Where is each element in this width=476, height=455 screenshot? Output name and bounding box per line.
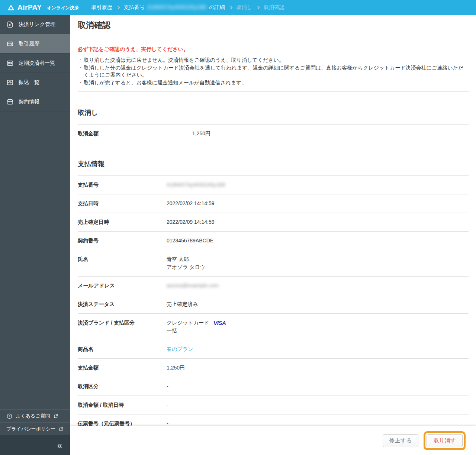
row-value: 2022/02/02 14:14:59 xyxy=(167,200,214,207)
row-label: 決済ブランド / 支払区分 xyxy=(78,319,167,327)
breadcrumb-payment-detail[interactable]: 支払番号 A1BW07Ay4000245y1B8 の詳細 xyxy=(124,4,225,11)
main-panel: 取消確認 必ず下記をご確認のうえ、実行してください。 ・取り消した決済は元に戻せ… xyxy=(70,15,476,455)
row-label: 伝票番号（元伝票番号） xyxy=(78,420,167,426)
row-label: 支払金額 xyxy=(78,364,167,372)
table-row: 取消金額 / 取消日時- xyxy=(78,396,469,414)
row-value: - xyxy=(167,420,168,426)
bullet-text: 取消しが完了すると、お客様に返金通知メールが自動送信されます。 xyxy=(84,79,469,86)
table-row: 決済ブランド / 支払区分クレジットカードVISA一括 xyxy=(78,314,469,340)
masked-value: A1BW07Ay4000245y1B8 xyxy=(167,181,225,189)
svg-text:?: ? xyxy=(9,414,10,418)
table-row: 決済ステータス売上確定済み xyxy=(78,295,469,314)
svg-text:¥: ¥ xyxy=(9,23,11,26)
page-content: 必ず下記をご確認のうえ、実行してください。 ・取り消した決済は元に戻せません。決… xyxy=(70,36,476,426)
value-text: クレジットカード xyxy=(167,319,209,327)
sidebar-item-label: 取引履歴 xyxy=(19,41,39,47)
row-value: 1,250円 xyxy=(167,364,185,372)
value-text: 売上確定済み xyxy=(167,300,198,308)
sidebar-item-label: 契約情報 xyxy=(19,99,39,105)
value-text-line2: 一括 xyxy=(167,327,226,335)
sidebar-item-privacy-policy[interactable]: プライバシーポリシー xyxy=(0,422,70,435)
page-title-bar: 取消確認 xyxy=(70,15,476,36)
sidebar-item-payment-links[interactable]: ¥決済リンク管理 xyxy=(0,15,70,34)
row-label: 商品名 xyxy=(78,345,167,353)
section-divider xyxy=(78,91,469,92)
table-row: 氏名青空 太郎アオゾラ タロウ xyxy=(78,250,469,277)
visa-logo: VISA xyxy=(213,319,226,327)
chevron-right-icon xyxy=(116,6,120,9)
chevron-right-icon xyxy=(256,6,260,9)
row-label: メールアドレス xyxy=(78,282,167,290)
row-value: - xyxy=(167,401,168,409)
breadcrumb: 取引履歴 支払番号 A1BW07Ay4000245y1B8 の詳細 取消し 取消… xyxy=(91,4,284,11)
faq-label: よくあるご質問 xyxy=(16,413,50,419)
sidebar-item-label: 決済リンク管理 xyxy=(19,21,55,28)
breadcrumb-transaction-history[interactable]: 取引履歴 xyxy=(91,4,112,11)
store-icon xyxy=(6,98,14,106)
row-label: 氏名 xyxy=(78,255,167,263)
sidebar-item-transaction-history[interactable]: 取引履歴 xyxy=(0,34,70,54)
payment-section-heading: 支払情報 xyxy=(78,159,469,168)
table-row: 支払日時2022/02/02 14:14:59 xyxy=(78,194,469,213)
external-link-icon xyxy=(58,426,64,432)
value-text: - xyxy=(167,401,168,409)
product-link[interactable]: 春のプラン xyxy=(167,345,193,353)
external-link-icon xyxy=(53,413,59,419)
warning-bullet: ・取消しした分の返金はクレジットカード決済会社を通して行われます。返金の詳細に関… xyxy=(78,64,469,78)
table-row: 支払番号A1BW07Ay4000245y1B8 xyxy=(78,176,469,194)
sidebar-item-faq[interactable]: ? よくあるご質問 xyxy=(0,409,70,422)
brand-subtitle: オンライン決済 xyxy=(47,5,78,11)
sidebar-nav: ¥決済リンク管理取引履歴定期決済者一覧¥振込一覧契約情報 xyxy=(0,15,70,112)
airpay-logo[interactable]: AirPAY オンライン決済 xyxy=(0,3,79,12)
sidebar-spacer xyxy=(0,112,70,409)
row-label: 契約番号 xyxy=(78,237,167,245)
sidebar-item-contract-info[interactable]: 契約情報 xyxy=(0,92,70,112)
row-value: 青空 太郎アオゾラ タロウ xyxy=(167,255,205,271)
table-row: 契約番号0123456789ABCDE xyxy=(78,232,469,250)
row-value: aozora@example.com xyxy=(167,282,219,290)
bullet-text: 取り消した決済は元に戻せません。決済情報をご確認のうえ、取り消してください。 xyxy=(84,57,469,64)
privacy-policy-label: プライバシーポリシー xyxy=(6,426,55,432)
row-label: 支払日時 xyxy=(78,200,167,207)
sidebar-item-label: 振込一覧 xyxy=(19,79,39,86)
table-row: 支払金額1,250円 xyxy=(78,359,469,377)
value-text: 2022/02/02 14:14:59 xyxy=(167,200,214,207)
cancel-payment-button[interactable]: 取り消す xyxy=(427,434,463,447)
value-text: 0123456789ABCDE xyxy=(167,237,213,245)
payment-link-icon: ¥ xyxy=(6,21,14,28)
help-circle-icon: ? xyxy=(6,413,13,419)
warning-bullet: ・取り消した決済は元に戻せません。決済情報をご確認のうえ、取り消してください。 xyxy=(78,57,469,64)
action-footer: 修正する 取り消す xyxy=(70,426,476,455)
table-row: 商品名春のプラン xyxy=(78,340,469,359)
credit-card-icon xyxy=(6,40,14,48)
svg-text:¥: ¥ xyxy=(9,81,11,84)
payment-info-table: 支払番号A1BW07Ay4000245y1B8支払日時2022/02/02 14… xyxy=(78,175,469,426)
value-text-line2: アオゾラ タロウ xyxy=(167,263,205,271)
breadcrumb-cancel: 取消し xyxy=(237,4,252,11)
table-row: 売上確定日時2022/02/09 14:14:59 xyxy=(78,213,469,232)
collapse-chevrons-icon: « xyxy=(57,440,62,451)
sidebar-collapse-button[interactable]: « xyxy=(0,435,70,455)
breadcrumb-cancel-confirm: 取消確認 xyxy=(264,4,284,11)
transfer-icon: ¥ xyxy=(6,79,14,86)
bullet-marker: ・ xyxy=(78,64,84,78)
value-text: - xyxy=(167,383,168,390)
value-text: 2022/02/09 14:14:59 xyxy=(167,218,214,226)
breadcrumb-payment-suffix: の詳細 xyxy=(209,4,225,10)
value-text: 1,250円 xyxy=(167,364,185,372)
table-row: 取消金額1,250円 xyxy=(78,125,469,143)
table-row: メールアドレスaozora@example.com xyxy=(78,277,469,295)
breadcrumb-payment-prefix: 支払番号 xyxy=(124,4,145,10)
bullet-marker: ・ xyxy=(78,79,84,86)
row-label: 取消金額 xyxy=(78,130,192,138)
row-value: 1,250円 xyxy=(192,130,210,138)
sidebar: ¥決済リンク管理取引履歴定期決済者一覧¥振込一覧契約情報 ? よくあるご質問 プ… xyxy=(0,15,70,455)
sidebar-item-label: 定期決済者一覧 xyxy=(19,60,55,67)
sidebar-item-transfer-list[interactable]: ¥振込一覧 xyxy=(0,73,70,92)
bullet-marker: ・ xyxy=(78,57,84,64)
warning-bullet-list: ・取り消した決済は元に戻せません。決済情報をご確認のうえ、取り消してください。・… xyxy=(78,57,469,86)
page-title: 取消確認 xyxy=(78,20,110,31)
edit-button[interactable]: 修正する xyxy=(383,434,419,447)
sidebar-item-recurring-payers[interactable]: 定期決済者一覧 xyxy=(0,54,70,73)
row-value: 2022/02/09 14:14:59 xyxy=(167,218,214,226)
